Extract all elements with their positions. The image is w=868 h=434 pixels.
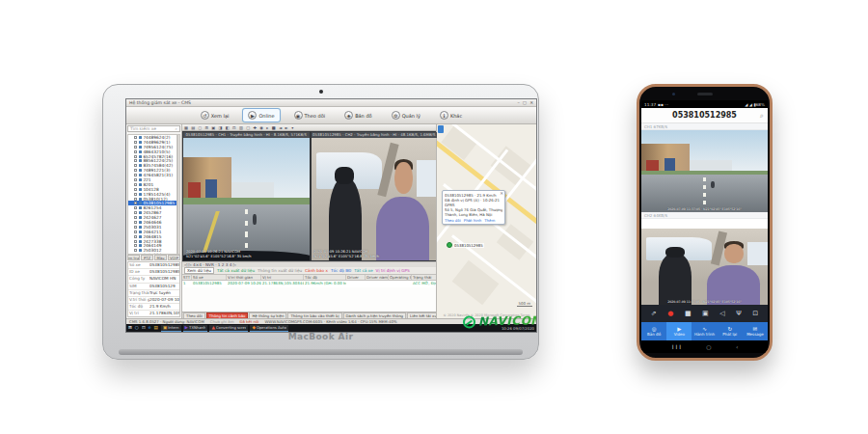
table-header-cell[interactable]: Số xe: [192, 275, 227, 280]
tree-checkbox[interactable]: [134, 235, 137, 238]
recents-button[interactable]: ❙❙❙: [671, 344, 682, 349]
video-panel-ch2[interactable]: 053810512985 - CH2 - Truyền băng hình - …: [311, 131, 439, 261]
info-tab[interactable]: PTZ: [141, 255, 153, 260]
taskbar-pin-icon[interactable]: e: [149, 324, 151, 332]
phone-tab[interactable]: ↻ Phát lại: [718, 322, 743, 340]
toolbar-button[interactable]: ℹ Khác: [434, 108, 468, 122]
vehicle-map-marker[interactable]: 053810512985: [447, 242, 484, 248]
minimize-button[interactable]: –: [518, 100, 520, 105]
popup-link[interactable]: Theo dõi: [445, 218, 461, 223]
tree-checkbox[interactable]: [134, 174, 137, 176]
filter-link[interactable]: Cảnh báo x: [305, 268, 328, 273]
tree-checkbox[interactable]: [134, 169, 137, 172]
info-tab[interactable]: VOIP: [168, 255, 180, 260]
phone-tab-bar: ◎ Bản đồ ▶ Video ∿ Hành trình ↻ Phát lại: [641, 322, 768, 340]
tree-checkbox[interactable]: [134, 159, 137, 162]
filter-link[interactable]: Tốc độ BĐ: [331, 268, 351, 273]
taskbar-app[interactable]: ▶ TXNhanh: [183, 325, 208, 332]
tree-checkbox[interactable]: [134, 221, 137, 224]
tree-checkbox[interactable]: [134, 206, 137, 209]
tree-checkbox[interactable]: [134, 211, 137, 214]
filter-link[interactable]: Tất cả xe: [354, 268, 372, 273]
tree-checkbox[interactable]: [134, 240, 137, 243]
toolbar-button-label: Bản đồ: [355, 113, 372, 119]
control-icon[interactable]: Ψ: [736, 305, 742, 322]
control-icon[interactable]: ⇗: [651, 305, 657, 322]
popup-close-icon[interactable]: ✕: [500, 191, 503, 196]
phone-tab[interactable]: ✉ Message: [743, 322, 768, 340]
toolbar-button[interactable]: ↺ Xem lại: [195, 108, 235, 122]
table-header-cell[interactable]: Driver name: [366, 275, 389, 280]
tree-checkbox[interactable]: [134, 188, 137, 191]
tree-checkbox[interactable]: [134, 178, 137, 181]
popup-link[interactable]: Thêm: [484, 218, 495, 223]
video-panel-ch1[interactable]: 053810512985 - CH1 - Truyền băng hình - …: [182, 131, 311, 261]
tree-scrollbar[interactable]: [177, 134, 180, 255]
tree-checkbox[interactable]: [134, 183, 137, 186]
tree-checkbox[interactable]: [134, 216, 137, 219]
filter-link[interactable]: Tất cả xuất dữ liệu: [217, 268, 255, 273]
table-header-cell[interactable]: Driver: [346, 275, 366, 280]
video-toolbar-icons[interactable]: ▦ ▤ ◻ ⊞ ▣ ◨ ◧ ⊡ ▥ ▢ ✚ ◉ ▸ ■ ◄ ► ▾: [182, 124, 438, 131]
filter-link[interactable]: Thông tin xuất dữ liệu: [258, 268, 302, 273]
phone-tab[interactable]: ∿ Hành trình: [692, 322, 717, 340]
popup-link[interactable]: Phát hình: [464, 218, 481, 223]
control-icon[interactable]: ■: [685, 305, 692, 322]
table-header-cell[interactable]: Tốc độ: [304, 275, 346, 280]
search-icon[interactable]: ⌕: [760, 112, 764, 120]
back-button[interactable]: ‹: [736, 343, 738, 350]
map-collapse-handle[interactable]: [438, 125, 444, 133]
taskbar-app[interactable]: ◆ Operations Auton...: [250, 325, 288, 332]
tree-checkbox[interactable]: [134, 141, 137, 144]
control-icon[interactable]: ●: [667, 305, 673, 322]
tree-checkbox[interactable]: [134, 231, 137, 233]
control-icon[interactable]: ⊡: [752, 305, 758, 322]
tree-checkbox[interactable]: [134, 244, 137, 247]
filter-tab[interactable]: Xem dữ liệu: [184, 267, 214, 274]
tree-checkbox[interactable]: [134, 146, 137, 149]
info-tab[interactable]: Xem trước: [127, 255, 140, 260]
vehicle-icon: [139, 150, 142, 153]
toolbar-button[interactable]: ▶ Online: [242, 108, 280, 122]
phone-tab[interactable]: ◎ Bản đồ: [641, 322, 666, 340]
vehicle-search-box[interactable]: Tìm kiếm xe ⌕: [127, 125, 180, 132]
tree-checkbox[interactable]: [134, 249, 137, 252]
tree-checkbox[interactable]: [134, 198, 137, 201]
taskbar-pin-icon[interactable]: ⊡: [142, 324, 146, 332]
taskbar-app[interactable]: ▲ Converting screen...: [209, 325, 248, 332]
tree-checkbox[interactable]: [134, 193, 137, 196]
toolbar-button[interactable]: ◉ Theo dõi: [288, 108, 332, 122]
taskbar-pin-icon[interactable]: ⊞: [128, 324, 132, 332]
phone-front-camera-video[interactable]: 2020-07-09 11:37:05 · N21°02'45" E105°52…: [641, 130, 768, 212]
map-panel[interactable]: ✕ 053810512985 · 21.9 Km/h Đã định vị GP…: [436, 124, 536, 318]
table-header-cell[interactable]: V.trí thời gian: [227, 275, 261, 280]
control-icon[interactable]: ◁: [719, 305, 724, 322]
tree-checkbox[interactable]: [134, 150, 137, 153]
taskbar-pin-icon[interactable]: ○: [135, 324, 139, 332]
table-header-cell[interactable]: Vị trí: [261, 275, 304, 280]
toolbar-button[interactable]: ⚙ Quản lý: [386, 108, 426, 122]
vehicle-icon: [139, 206, 142, 209]
tree-checkbox[interactable]: [134, 136, 137, 139]
info-tab[interactable]: Màu: [154, 255, 167, 260]
close-button[interactable]: ✕: [529, 100, 533, 105]
table-header-cell[interactable]: Operating ID: [389, 275, 412, 280]
toolbar-button[interactable]: ◈ Bản đồ: [339, 108, 378, 122]
taskbar-pin-icon[interactable]: ▤: [154, 324, 158, 332]
table-header-cell[interactable]: STT: [182, 275, 192, 280]
vehicle-tree[interactable]: 74489624(2) 74489629(1) 74956124(75): [127, 134, 177, 255]
tree-checkbox[interactable]: [134, 202, 137, 204]
tree-checkbox[interactable]: [134, 164, 137, 167]
maximize-button[interactable]: ▢: [523, 100, 527, 105]
filter-link[interactable]: Vị trí định vị GPS: [376, 268, 410, 273]
tree-checkbox[interactable]: [134, 226, 137, 229]
toolbar-button-icon: ↺: [201, 111, 209, 120]
table-header-cell[interactable]: Trạng thái: [412, 275, 438, 280]
table-row[interactable]: 1 053810512985 2020-07-09 10:26:21 21.17…: [182, 281, 438, 287]
phone-tab[interactable]: ▶ Video: [666, 322, 692, 340]
tree-checkbox[interactable]: [134, 155, 137, 158]
home-button[interactable]: ○: [706, 343, 711, 350]
control-icon[interactable]: ▣: [702, 305, 709, 322]
phone-cabin-camera-video[interactable]: 2020-07-09 11:37:05 · N21°02'45" E105°52…: [641, 229, 768, 305]
taskbar-app[interactable]: ▣ Intern: [161, 325, 181, 332]
